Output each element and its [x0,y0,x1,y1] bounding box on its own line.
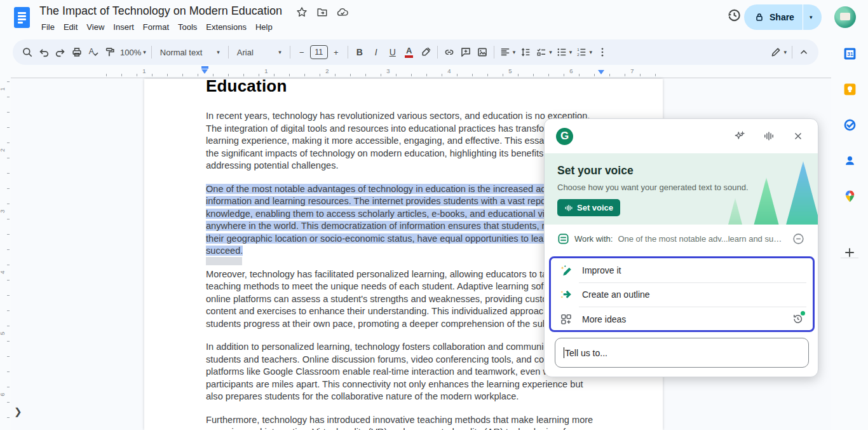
close-panel-button[interactable] [790,127,806,145]
tasks-app-button[interactable] [843,118,857,132]
text[interactable]: learning experience, making it more acce… [206,135,587,146]
redo-button[interactable] [52,43,69,61]
text[interactable]: teaching methods to meet the unique need… [206,281,585,291]
selected-text[interactable]: succeed. [206,246,243,256]
maps-app-button[interactable] [843,189,857,203]
share-button[interactable]: Share ▾ [744,4,822,30]
selected-text[interactable]: knowledge, enabling them to access schol… [206,209,586,219]
selected-text[interactable]: anywhere in the world. This democratizat… [206,221,595,231]
menu-format[interactable]: Format [139,21,173,33]
increase-font-size-button[interactable]: + [328,43,344,61]
menu-insert[interactable]: Insert [109,21,139,33]
hide-menus-button[interactable] [796,43,812,61]
selected-text[interactable]: One of the most notable advantages of te… [206,184,575,194]
font-size-input[interactable]: 11 [310,45,328,59]
left-indent-marker[interactable] [201,66,208,74]
text[interactable]: The integration of digital tools and res… [206,123,581,134]
prompt-input[interactable]: Tell us to... [555,338,809,368]
grammarly-panel-header: G [545,119,818,153]
remove-selection-button[interactable] [790,230,806,247]
set-voice-button[interactable]: Set voice [557,199,620,216]
ruler-tick [426,74,427,76]
search-menus-button[interactable] [19,43,36,61]
text-line[interactable]: also prepares students for the collabora… [206,391,663,403]
horizontal-ruler: 11234567 [11,66,831,78]
text-color-button[interactable]: A [401,43,417,61]
ruler-tick [579,74,580,76]
menu-file[interactable]: File [37,21,59,33]
google-docs-logo-icon[interactable] [14,7,30,28]
move-folder-icon[interactable] [316,6,328,18]
undo-button[interactable] [36,43,52,61]
selected-text[interactable]: their geographic location or socio-econo… [206,233,570,244]
decrease-font-size-button[interactable]: − [294,43,310,61]
text[interactable]: students progress at their own pace, pro… [206,319,593,329]
align-button[interactable]: ▾ [498,43,518,61]
numbered-list-button[interactable]: 12▾ [574,43,594,61]
spell-check-button[interactable]: A [85,43,102,61]
star-icon[interactable] [296,6,308,18]
hide-side-panel-button[interactable]: ❯ [14,406,22,417]
text[interactable]: platforms like Google Classroom enable r… [206,366,565,377]
more-ideas-icon [560,313,573,326]
voice-button[interactable] [761,127,777,145]
text[interactable]: online platforms can assess a student's … [206,294,572,304]
text[interactable]: In recent years, technology has revoluti… [206,111,590,121]
checklist-button[interactable]: ▾ [534,43,554,61]
text[interactable]: Moreover, technology has facilitated per… [206,269,560,279]
paragraph-style-select[interactable]: Normal text▾ [155,43,225,61]
text[interactable]: addressing potential challenges. [206,160,339,170]
right-indent-marker[interactable] [598,70,604,74]
text[interactable]: students and teachers. Online discussion… [206,354,587,364]
menu-extensions[interactable]: Extensions [201,21,251,33]
calendar-app-button[interactable]: 31 [843,46,857,60]
text[interactable]: participants are miles apart. This conne… [206,379,583,389]
document-heading[interactable]: Education [206,79,663,96]
insert-link-button[interactable] [441,43,458,61]
italic-button[interactable]: I [368,43,384,61]
insert-image-button[interactable] [474,43,491,61]
font-family-select[interactable]: Arial▾ [232,43,287,61]
menu-edit[interactable]: Edit [59,21,82,33]
bulleted-list-button[interactable]: ▾ [554,43,574,61]
cloud-status-icon[interactable] [337,6,349,18]
text[interactable]: the significant impacts of technology on… [206,148,562,158]
editing-mode-button[interactable]: ▾ [768,43,789,61]
improve-it-action[interactable]: Improve it [551,258,813,282]
menu-tools[interactable]: Tools [173,21,201,33]
underline-button[interactable]: U [384,43,401,61]
text-line[interactable]: Furthermore, technology has introduced i… [206,414,663,427]
account-avatar[interactable] [834,6,856,28]
version-history-button[interactable] [724,6,743,24]
keep-app-button[interactable] [843,82,857,96]
menu-view[interactable]: View [82,21,109,33]
print-button[interactable] [69,43,85,61]
text[interactable]: engaging and interactive. Virtual realit… [206,427,574,430]
text[interactable]: also prepares students for the collabora… [206,391,519,401]
ruler-tick [7,356,10,357]
text-line[interactable]: engaging and interactive. Virtual realit… [206,426,663,430]
more-formatting-button[interactable] [594,43,611,61]
ruler-tick [7,219,10,219]
share-dropdown-caret-icon[interactable]: ▾ [810,14,813,20]
ai-sparkle-button[interactable] [731,127,748,145]
more-ideas-action[interactable]: More ideas [551,307,813,331]
text-line[interactable]: participants are miles apart. This conne… [206,378,663,391]
zoom-select[interactable]: 100%▾ [118,43,148,61]
text[interactable]: Furthermore, technology has introduced i… [206,415,593,425]
first-line-indent-marker[interactable] [201,66,208,69]
text[interactable]: content and exercises to enhance their u… [206,306,573,316]
menu-help[interactable]: Help [251,21,277,33]
selected-text[interactable]: information and learning resources. The … [206,196,578,206]
paint-format-button[interactable] [102,43,118,61]
prompt-history-button[interactable] [792,313,804,325]
paragraph[interactable]: Furthermore, technology has introduced i… [206,414,663,430]
document-title[interactable]: The Impact of Technology on Modern Educa… [39,4,282,18]
contacts-app-button[interactable] [843,153,857,167]
create-outline-action[interactable]: Create an outline [551,283,813,307]
add-comment-button[interactable] [458,43,474,61]
get-addons-button[interactable] [843,246,857,260]
line-spacing-button[interactable] [517,43,534,61]
bold-button[interactable]: B [351,43,368,61]
highlight-color-button[interactable] [417,43,434,61]
